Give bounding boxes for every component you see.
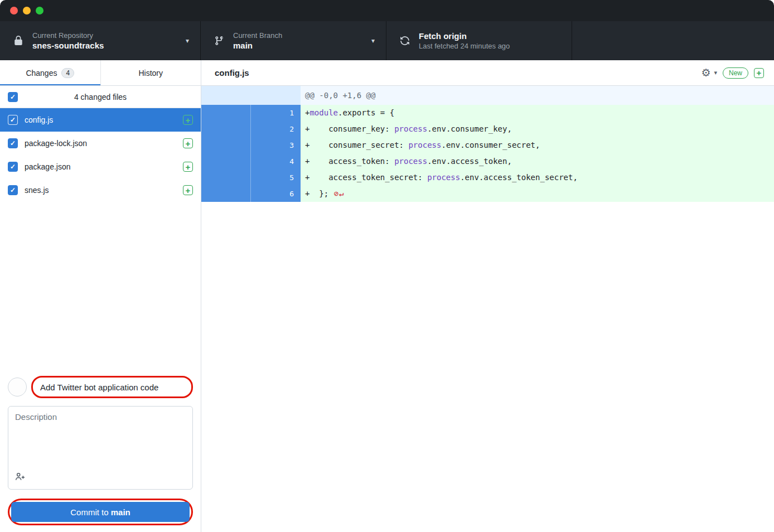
diff-line-4: 4 + access_token: process.env.access_tok… xyxy=(201,153,774,170)
diff-line-6: 6 + }; ⊘↵ xyxy=(201,186,774,202)
maximize-button[interactable] xyxy=(36,7,43,14)
avatar xyxy=(8,378,27,396)
diff-line-3: 3 + consumer_secret: process.env.consume… xyxy=(201,137,774,153)
commit-form: Commit to main xyxy=(0,373,201,532)
diff-view: @@ -0,0 +1,6 @@ 1 +module.exports = { 2 … xyxy=(201,86,774,532)
changes-count-badge: 4 xyxy=(61,68,74,78)
add-coauthor-button[interactable] xyxy=(14,471,26,485)
hunk-header: @@ -0,0 +1,6 @@ xyxy=(301,86,774,105)
tab-history-label: History xyxy=(138,69,163,78)
git-branch-icon xyxy=(214,36,224,46)
file-name: package-lock.json xyxy=(25,139,87,148)
chevron-down-icon: ▾ xyxy=(186,37,189,45)
file-checkbox[interactable]: ✓ xyxy=(8,185,18,195)
file-row-package-json[interactable]: ✓ package.json + xyxy=(0,155,201,178)
app-window: Current Repository snes-soundtracks ▾ Cu… xyxy=(0,0,774,532)
commit-button[interactable]: Commit to main xyxy=(11,502,190,522)
fetch-origin-button[interactable]: Fetch origin Last fetched 24 minutes ago xyxy=(386,21,572,60)
commit-button-label: Commit to xyxy=(70,507,111,517)
diff-gutter-old[interactable] xyxy=(201,121,251,137)
diff-line-code: + consumer_secret: process.env.consumer_… xyxy=(301,137,774,153)
diff-gutter-old[interactable] xyxy=(201,137,251,153)
repository-selector[interactable]: Current Repository snes-soundtracks ▾ xyxy=(0,21,201,60)
branch-selector[interactable]: Current Branch main ▾ xyxy=(201,21,386,60)
file-added-icon: + xyxy=(183,115,193,125)
diff-line-code: + }; ⊘↵ xyxy=(301,186,774,202)
new-file-badge: New xyxy=(723,67,748,79)
diff-line-code: + access_token: process.env.access_token… xyxy=(301,153,774,170)
no-newline-icon: ⊘↵ xyxy=(328,189,344,198)
diff-gutter-new[interactable]: 2 xyxy=(251,121,301,137)
chevron-down-icon[interactable]: ▾ xyxy=(714,69,717,76)
file-added-icon: + xyxy=(754,68,764,78)
tab-history[interactable]: History xyxy=(101,60,201,85)
commit-button-branch: main xyxy=(111,507,130,517)
diff-line-2: 2 + consumer_key: process.env.consumer_k… xyxy=(201,121,774,137)
diff-line-code: +module.exports = { xyxy=(301,105,774,121)
lock-icon xyxy=(13,36,23,46)
hunk-row: @@ -0,0 +1,6 @@ xyxy=(201,86,774,105)
diff-gutter-old[interactable] xyxy=(201,105,251,121)
changes-sidebar: Changes 4 History ✓ 4 changed files ✓ co… xyxy=(0,60,201,532)
file-row-snes-js[interactable]: ✓ snes.js + xyxy=(0,178,201,202)
diff-line-code: + access_token_secret: process.env.acces… xyxy=(301,170,774,186)
file-added-icon: + xyxy=(183,138,193,148)
chevron-down-icon: ▾ xyxy=(371,37,375,45)
diff-gutter-new[interactable]: 3 xyxy=(251,137,301,153)
fetch-subtitle: Last fetched 24 minutes ago xyxy=(419,42,510,50)
branch-name: main xyxy=(233,41,282,50)
titlebar xyxy=(0,0,774,21)
file-checkbox[interactable]: ✓ xyxy=(8,138,18,148)
diff-line-1: 1 +module.exports = { xyxy=(201,105,774,121)
sync-icon xyxy=(400,36,410,46)
diff-gutter-new[interactable]: 5 xyxy=(251,170,301,186)
changed-file-list: ✓ config.js + ✓ package-lock.json + ✓ pa… xyxy=(0,108,201,202)
diff-line-code: + consumer_key: process.env.consumer_key… xyxy=(301,121,774,137)
select-all-checkbox[interactable]: ✓ xyxy=(8,92,18,102)
file-row-config-js[interactable]: ✓ config.js + xyxy=(0,108,201,132)
repository-name: snes-soundtracks xyxy=(32,41,104,50)
annotation-commit-highlight: Commit to main xyxy=(8,499,193,525)
diff-gutter-new[interactable]: 1 xyxy=(251,105,301,121)
changed-files-header: ✓ 4 changed files xyxy=(0,86,201,108)
tab-changes-label: Changes xyxy=(26,69,57,78)
diff-file-header: config.js ⚙ ▾ New + xyxy=(201,60,774,86)
gear-icon[interactable]: ⚙ xyxy=(701,66,710,79)
diff-gutter-old[interactable] xyxy=(201,186,251,202)
sidebar-tabs: Changes 4 History xyxy=(0,60,201,86)
hunk-gutter[interactable] xyxy=(201,86,301,105)
branch-label: Current Branch xyxy=(233,31,282,40)
close-button[interactable] xyxy=(10,7,18,14)
file-checkbox[interactable]: ✓ xyxy=(8,115,18,125)
fetch-title: Fetch origin xyxy=(419,31,510,41)
diff-file-name: config.js xyxy=(215,68,249,78)
tab-changes[interactable]: Changes 4 xyxy=(0,60,101,85)
changed-files-label: 4 changed files xyxy=(74,93,127,101)
minimize-button[interactable] xyxy=(23,7,31,14)
toolbar: Current Repository snes-soundtracks ▾ Cu… xyxy=(0,21,774,60)
annotation-summary-highlight xyxy=(31,376,193,398)
diff-gutter-old[interactable] xyxy=(201,170,251,186)
file-added-icon: + xyxy=(183,162,193,172)
file-name: snes.js xyxy=(25,186,49,195)
diff-line-5: 5 + access_token_secret: process.env.acc… xyxy=(201,170,774,186)
repository-label: Current Repository xyxy=(32,31,104,40)
file-name: config.js xyxy=(25,115,53,124)
person-add-icon xyxy=(15,475,25,483)
diff-gutter-old[interactable] xyxy=(201,153,251,170)
file-name: package.json xyxy=(25,162,71,171)
commit-description-box xyxy=(8,406,193,490)
commit-description-input[interactable] xyxy=(8,407,192,467)
file-checkbox[interactable]: ✓ xyxy=(8,162,18,172)
commit-summary-input[interactable] xyxy=(33,378,191,396)
diff-gutter-new[interactable]: 4 xyxy=(251,153,301,170)
file-added-icon: + xyxy=(183,185,193,195)
diff-pane: config.js ⚙ ▾ New + @@ -0,0 +1,6 @@ 1 +m… xyxy=(201,60,774,532)
file-row-package-lock-json[interactable]: ✓ package-lock.json + xyxy=(0,132,201,155)
diff-gutter-new[interactable]: 6 xyxy=(251,186,301,202)
